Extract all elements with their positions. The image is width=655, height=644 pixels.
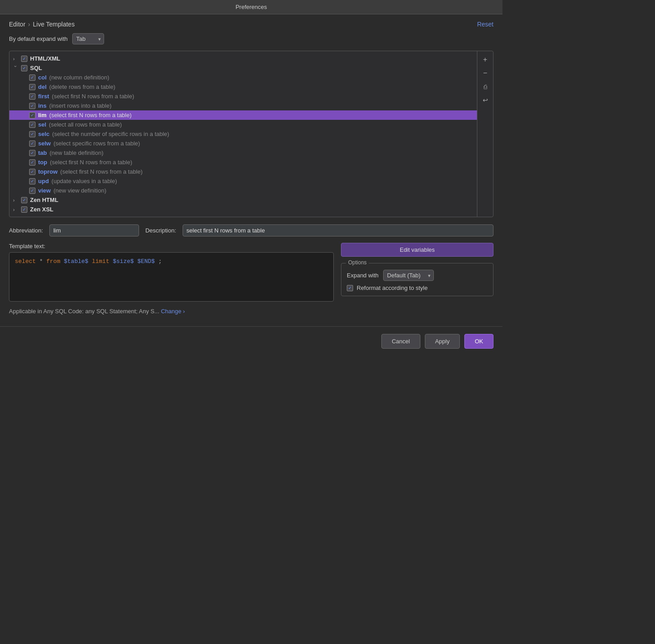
breadcrumb-live-templates: Live Templates: [33, 21, 74, 28]
arrow-sql: ›: [13, 66, 18, 71]
reset-button[interactable]: Reset: [477, 21, 493, 28]
checkbox-zen-xsl[interactable]: [21, 206, 27, 213]
code-table-var: $table$: [64, 258, 88, 265]
expand-with-label: Expand with: [347, 272, 379, 279]
item-desc-first: (select first N rows from a table): [52, 93, 135, 100]
template-code[interactable]: select * from $table$ limit $size$ $END$…: [9, 252, 334, 302]
expand-with-wrapper[interactable]: Default (Tab) Tab Enter Space: [383, 270, 434, 281]
item-abbrev-selc: selc: [38, 131, 49, 137]
code-semi: ;: [158, 258, 162, 265]
title-bar: Preferences: [0, 0, 502, 14]
remove-button[interactable]: −: [480, 67, 491, 79]
tree-item-upd[interactable]: upd (update values in a table): [9, 176, 477, 186]
reformat-checkbox[interactable]: [347, 285, 353, 291]
item-desc-toprow: (select first N rows from a table): [60, 168, 143, 175]
group-sql[interactable]: › SQL: [9, 63, 477, 73]
checkbox-selw[interactable]: [29, 140, 35, 147]
checkbox-first[interactable]: [29, 93, 35, 100]
abbreviation-label: Abbreviation:: [9, 227, 43, 234]
header-row: Editor › Live Templates Reset: [0, 14, 502, 33]
item-desc-sel: (select all rows from a table): [49, 121, 122, 128]
expand-dropdown-wrapper[interactable]: Tab Enter Space: [72, 33, 104, 44]
item-abbrev-sel: sel: [38, 121, 46, 128]
tree-item-ins[interactable]: ins (insert rows into a table): [9, 101, 477, 110]
description-label: Description:: [145, 227, 176, 234]
cancel-button[interactable]: Cancel: [381, 334, 420, 349]
tree-item-first[interactable]: first (select first N rows from a table): [9, 92, 477, 101]
options-legend: Options: [346, 259, 369, 266]
tree-item-lim[interactable]: lim (select first N rows from a table): [9, 110, 477, 120]
tree-item-top[interactable]: top (select first N rows from a table): [9, 158, 477, 167]
tree-area: › HTML/XML › SQL col (new column definit…: [9, 51, 477, 217]
checkbox-html-xml[interactable]: [21, 56, 27, 62]
checkbox-zen-html[interactable]: [21, 197, 27, 203]
copy-button[interactable]: ⎙: [480, 81, 491, 92]
add-button[interactable]: +: [480, 54, 491, 66]
template-right: Edit variables Options Expand with Defau…: [341, 243, 493, 296]
group-sql-label: SQL: [30, 65, 42, 71]
item-desc-ins: (insert rows into a table): [49, 102, 112, 109]
applicable-label: Applicable in Any SQL Code: any SQL Stat…: [9, 308, 159, 315]
tree-item-selc[interactable]: selc (select the number of specific rows…: [9, 129, 477, 139]
checkbox-selc[interactable]: [29, 131, 35, 137]
arrow-html-xml: ›: [13, 56, 18, 61]
template-left: Template text: select * from $table$ lim…: [9, 243, 334, 302]
checkbox-del[interactable]: [29, 84, 35, 90]
code-star: *: [39, 258, 47, 265]
checkbox-sql[interactable]: [21, 65, 27, 71]
checkbox-view[interactable]: [29, 188, 35, 194]
code-size-var: $size$: [113, 258, 134, 265]
checkbox-sel[interactable]: [29, 122, 35, 128]
ok-button[interactable]: OK: [464, 334, 493, 349]
abbreviation-row: Abbreviation: Description:: [9, 224, 493, 237]
item-abbrev-top: top: [38, 159, 47, 166]
item-abbrev-selw: selw: [38, 140, 51, 147]
item-abbrev-lim: lim: [38, 112, 47, 118]
change-link[interactable]: Change ›: [161, 308, 185, 315]
checkbox-upd[interactable]: [29, 178, 35, 184]
item-abbrev-view: view: [38, 187, 51, 194]
checkbox-col[interactable]: [29, 74, 35, 81]
expand-dropdown[interactable]: Tab Enter Space: [72, 33, 104, 44]
group-zen-xsl-label: Zen XSL: [30, 206, 53, 213]
item-desc-upd: (update values in a table): [52, 178, 117, 184]
options-group: Options Expand with Default (Tab) Tab En…: [341, 263, 493, 296]
checkbox-ins[interactable]: [29, 103, 35, 109]
undo-button[interactable]: ↩: [480, 94, 491, 106]
item-abbrev-tab: tab: [38, 149, 47, 156]
checkbox-toprow[interactable]: [29, 169, 35, 175]
tree-item-toprow[interactable]: toprow (select first N rows from a table…: [9, 167, 477, 176]
expand-label: By default expand with: [9, 35, 68, 42]
item-abbrev-toprow: toprow: [38, 168, 57, 175]
tree-item-selw[interactable]: selw (select specific rows from a table): [9, 139, 477, 148]
group-zen-html[interactable]: › Zen HTML: [9, 195, 477, 205]
item-desc-tab: (new table definition): [50, 149, 104, 156]
edit-variables-button[interactable]: Edit variables: [341, 243, 493, 257]
tree-item-view[interactable]: view (new view definition): [9, 186, 477, 195]
tree-item-tab[interactable]: tab (new table definition): [9, 148, 477, 158]
item-desc-col: (new column definition): [49, 74, 109, 81]
abbreviation-input[interactable]: [49, 224, 139, 237]
item-desc-view: (new view definition): [53, 187, 106, 194]
item-desc-selc: (select the number of specific rows in a…: [52, 131, 169, 137]
code-from: from: [46, 258, 60, 265]
side-toolbar: + − ⎙ ↩: [477, 51, 493, 217]
checkbox-tab[interactable]: [29, 150, 35, 156]
checkbox-lim[interactable]: [29, 112, 35, 118]
tree-item-sel[interactable]: sel (select all rows from a table): [9, 120, 477, 129]
item-abbrev-col: col: [38, 74, 47, 81]
description-input[interactable]: [183, 224, 493, 237]
group-zen-xsl[interactable]: › Zen XSL: [9, 205, 477, 214]
tree-item-del[interactable]: del (delete rows from a table): [9, 82, 477, 92]
template-text-label: Template text:: [9, 243, 334, 250]
code-end-var: $END$: [137, 258, 155, 265]
arrow-zen-xsl: ›: [13, 207, 18, 212]
tree-item-col[interactable]: col (new column definition): [9, 73, 477, 82]
item-abbrev-upd: upd: [38, 178, 49, 184]
reformat-row: Reformat according to style: [347, 285, 488, 291]
checkbox-top[interactable]: [29, 159, 35, 166]
apply-button[interactable]: Apply: [425, 334, 460, 349]
breadcrumb-editor: Editor: [9, 21, 26, 28]
expand-with-dropdown[interactable]: Default (Tab) Tab Enter Space: [383, 270, 434, 281]
group-html-xml[interactable]: › HTML/XML: [9, 54, 477, 63]
